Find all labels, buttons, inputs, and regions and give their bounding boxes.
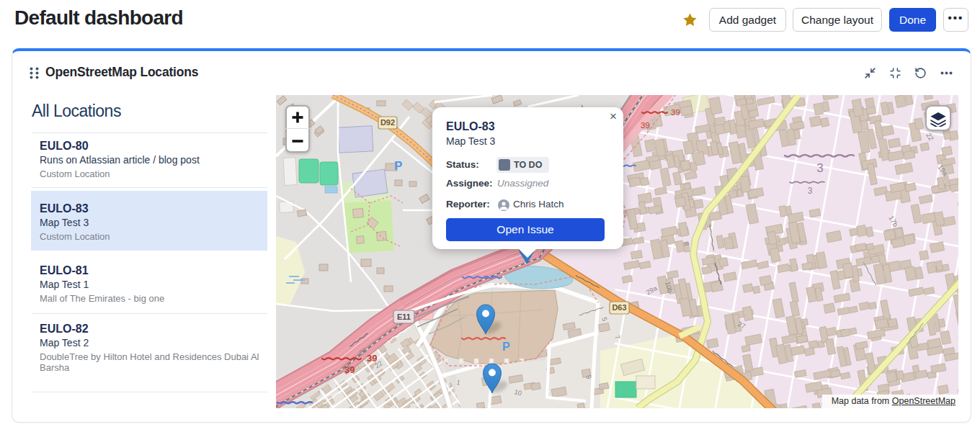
svg-text:E11: E11 xyxy=(397,312,411,321)
svg-text:39: 39 xyxy=(641,121,650,130)
svg-text:P: P xyxy=(502,341,510,353)
svg-text:D63: D63 xyxy=(612,303,626,312)
svg-text:3: 3 xyxy=(816,161,823,175)
svg-text:3: 3 xyxy=(808,186,813,196)
svg-text:P: P xyxy=(394,159,402,173)
svg-text:D92: D92 xyxy=(380,118,395,127)
svg-text:39: 39 xyxy=(671,108,680,117)
